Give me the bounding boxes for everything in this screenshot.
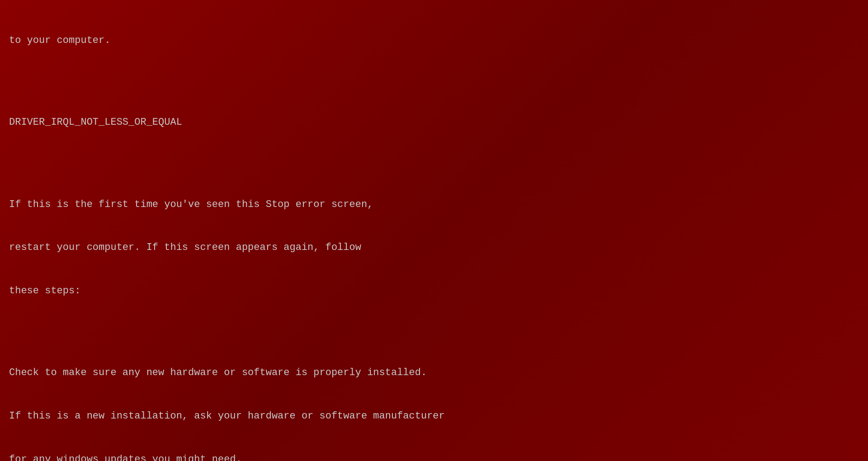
line-restart: restart your computer. If this screen ap… [9,240,859,255]
line-check-hardware: Check to make sure any new hardware or s… [9,366,859,380]
line-to-computer: to your computer. [9,33,859,48]
bsod-content: to your computer. DRIVER_IRQL_NOT_LESS_O… [9,5,859,461]
line-windows-updates: for any windows updates you might need. [9,452,859,461]
blank-1 [9,76,859,86]
bsod-screen: to your computer. DRIVER_IRQL_NOT_LESS_O… [0,0,868,461]
line-these-steps: these steps: [9,284,859,298]
blank-3 [9,327,859,337]
line-new-installation: If this is a new installation, ask your … [9,409,859,423]
line-first-time: If this is the first time you've seen th… [9,198,859,212]
blank-2 [9,159,859,169]
line-error-code: DRIVER_IRQL_NOT_LESS_OR_EQUAL [9,115,859,130]
